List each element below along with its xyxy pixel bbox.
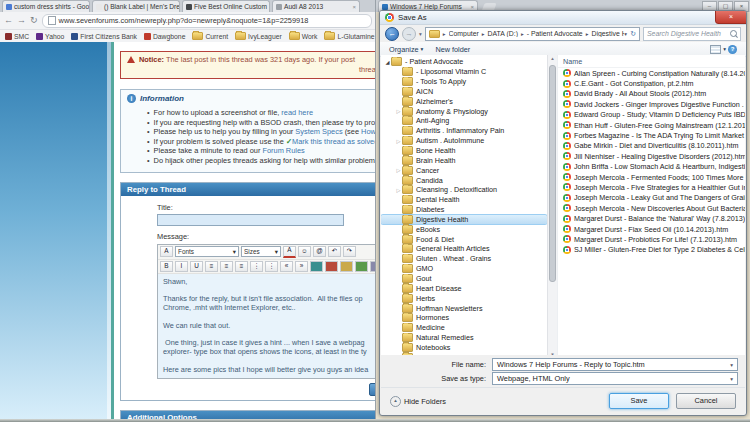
- tree-item[interactable]: Alzheimer's: [381, 96, 547, 106]
- tree-item[interactable]: GMO: [381, 264, 547, 274]
- tree-item[interactable]: - Patient Advocate: [381, 57, 547, 67]
- breadcrumb-segment[interactable]: DATA (D:)▸: [488, 30, 527, 37]
- smilies-icon[interactable]: ☺: [298, 246, 311, 257]
- info-link[interactable]: Forum Rules: [262, 146, 304, 155]
- file-row[interactable]: SJ Miller - Gluten-Free Diet for Type 2 …: [558, 245, 745, 255]
- editor-format-button[interactable]: ≡: [235, 261, 248, 272]
- bookmark-item[interactable]: Work: [289, 32, 318, 40]
- breadcrumb-segment[interactable]: Digestive Health▸: [591, 30, 624, 37]
- info-link[interactable]: Mark this thread as solved: [292, 137, 376, 146]
- tree-item[interactable]: General Health Articles: [381, 244, 547, 254]
- fonts-select[interactable]: Fonts▾: [175, 246, 239, 257]
- tree-item[interactable]: Medicine: [381, 323, 547, 333]
- file-row[interactable]: David Jockers - Ginger Improves Digestiv…: [558, 99, 745, 109]
- editor-format-button[interactable]: [340, 261, 353, 272]
- file-row[interactable]: Joseph Mercola - Fermented Foods; 100 Ti…: [558, 172, 745, 182]
- tree-item[interactable]: AICN: [381, 87, 547, 97]
- file-row[interactable]: Ethan Huff - Gluten-Free Going Mainstrea…: [558, 120, 745, 130]
- file-row[interactable]: Joseph Mercola - New Discoveries About G…: [558, 203, 745, 213]
- tree-item[interactable]: Natural Remedies: [381, 333, 547, 343]
- undo-icon[interactable]: ↶: [328, 246, 341, 257]
- editor-format-button[interactable]: ≡: [205, 261, 218, 272]
- bookmark-item[interactable]: SMC: [5, 33, 29, 40]
- breadcrumb[interactable]: ▸ Computer▸ DATA (D:)▸ - Patient Advocat…: [425, 27, 640, 41]
- editor-format-button[interactable]: [355, 261, 368, 272]
- tree-item[interactable]: Food & Diet: [381, 234, 547, 244]
- history-dropdown-icon[interactable]: ▾: [419, 31, 422, 37]
- tree-item[interactable]: Notebooks: [381, 342, 547, 352]
- browser-tab[interactable]: Audi A8 2013 ×: [272, 0, 360, 12]
- forward-icon[interactable]: →: [17, 16, 26, 25]
- browser-tab[interactable]: Five Best Online Custom ×: [182, 0, 270, 12]
- bookmark-item[interactable]: Dawgbone: [144, 33, 186, 40]
- tree-scrollbar[interactable]: ▲ ▼: [547, 55, 557, 358]
- cancel-button[interactable]: Cancel: [676, 393, 736, 409]
- font-color-icon[interactable]: A: [283, 246, 296, 258]
- tree-item[interactable]: Gluten . Wheat . Grains: [381, 254, 547, 264]
- file-row[interactable]: Gabe Mirkin - Diet and Diverticulitis (8…: [558, 141, 745, 151]
- breadcrumb-segment[interactable]: - Patient Advocate▸: [527, 30, 592, 37]
- tree-expand-icon[interactable]: [384, 59, 391, 65]
- views-icon[interactable]: [710, 45, 721, 54]
- new-folder-button[interactable]: New folder: [435, 45, 470, 54]
- editor-format-button[interactable]: B: [160, 261, 173, 272]
- scrollbar-thumb[interactable]: [549, 65, 556, 282]
- file-name-input[interactable]: Windows 7 Help Forums - Reply to Topic.h…: [492, 358, 738, 371]
- reload-icon[interactable]: ↻: [30, 16, 38, 25]
- bookmark-item[interactable]: Current: [192, 32, 228, 40]
- file-row[interactable]: C.E.Gant - Got Constipation, pt.2.htm: [558, 78, 745, 88]
- editor-mode-icon[interactable]: A: [160, 246, 173, 257]
- tree-item[interactable]: Bone Health: [381, 146, 547, 156]
- tree-item[interactable]: Anti-Aging: [381, 116, 547, 126]
- save-as-type-select[interactable]: Webpage, HTML Only ▾: [492, 372, 738, 385]
- tree-item[interactable]: Diabetes: [381, 205, 547, 215]
- attachment-icon[interactable]: @: [313, 246, 326, 257]
- refresh-icon[interactable]: ↻: [630, 30, 636, 38]
- tree-item[interactable]: Brain Health: [381, 155, 547, 165]
- tree-expand-icon[interactable]: [395, 187, 402, 193]
- file-name-dropdown-icon[interactable]: ▾: [730, 362, 733, 368]
- editor-format-button[interactable]: »: [295, 261, 308, 272]
- save-type-dropdown-icon[interactable]: ▾: [730, 376, 733, 382]
- tree-item[interactable]: Hormones: [381, 313, 547, 323]
- tree-item[interactable]: Heart Disease: [381, 283, 547, 293]
- browser-tab[interactable]: () Blank Label | Men's Dres ×: [92, 0, 180, 12]
- tree-item[interactable]: - Liposomal Vitamin C: [381, 67, 547, 77]
- save-button[interactable]: Save: [609, 393, 669, 409]
- tree-item[interactable]: eBooks: [381, 224, 547, 234]
- file-row[interactable]: Joseph Mercola - Five Strategies for a H…: [558, 182, 745, 192]
- tree-item[interactable]: - Tools To Apply: [381, 77, 547, 87]
- tree-item[interactable]: Hoffman Newsletters: [381, 303, 547, 313]
- sizes-select[interactable]: Sizes▾: [241, 246, 281, 257]
- editor-format-button[interactable]: ⋮: [250, 261, 263, 272]
- file-row[interactable]: Margaret Durst - Balance the 'Natural' W…: [558, 213, 745, 223]
- editor-format-button[interactable]: U: [190, 261, 203, 272]
- file-row[interactable]: Margaret Durst - Probiotics For Life! (7…: [558, 234, 745, 244]
- file-row[interactable]: Allan Spreen - Curbing Constipation Natu…: [558, 68, 745, 78]
- bookmark-item[interactable]: Yahoo: [36, 33, 64, 40]
- file-row[interactable]: John Briffa - Low Stomach Acid & Heartbu…: [558, 162, 745, 172]
- address-bar[interactable]: www.sevenforums.com/newreply.php?do=newr…: [42, 14, 372, 28]
- bookmark-item[interactable]: L-Glutamine: [324, 32, 374, 40]
- tree-item[interactable]: Arthritis . Inflammatory Pain: [381, 126, 547, 136]
- forward-icon[interactable]: →: [402, 27, 416, 41]
- editor-format-button[interactable]: [310, 261, 323, 272]
- editor-format-button[interactable]: ≡: [220, 261, 233, 272]
- help-icon[interactable]: ?: [728, 45, 737, 54]
- tree-item[interactable]: Anatomy & Physiology: [381, 106, 547, 116]
- scroll-up-icon[interactable]: ▲: [548, 56, 557, 61]
- editor-format-button[interactable]: [325, 261, 338, 272]
- tree-item[interactable]: Gout: [381, 274, 547, 284]
- organize-button[interactable]: Organize ▾: [389, 45, 423, 54]
- breadcrumb-dropdown-icon[interactable]: ▾: [624, 31, 627, 37]
- browser-tab[interactable]: custom dress shirts - Goo ×: [2, 0, 90, 12]
- tab-close-icon[interactable]: ×: [470, 4, 474, 10]
- bookmark-item[interactable]: IvyLeaguer: [235, 32, 282, 40]
- tree-expand-icon[interactable]: [395, 138, 402, 144]
- editor-format-button[interactable]: «: [280, 261, 293, 272]
- tree-item[interactable]: Autism . AutoImmune: [381, 136, 547, 146]
- views-dropdown-icon[interactable]: ▾: [723, 46, 726, 52]
- tree-expand-icon[interactable]: [395, 108, 402, 114]
- file-row[interactable]: Forbes Magazine - Is The ADA Trying To L…: [558, 130, 745, 140]
- hide-folders-button[interactable]: ▲ Hide Folders: [390, 396, 446, 407]
